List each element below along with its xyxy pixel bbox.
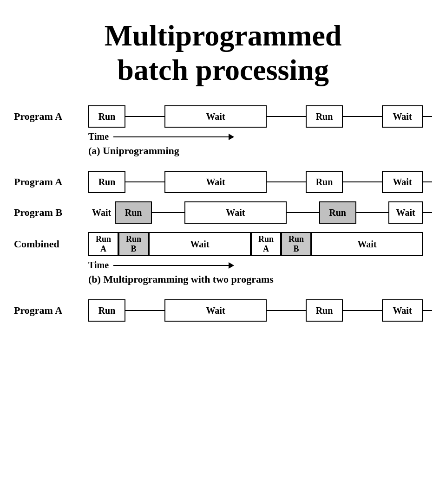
section-b-combined-row: Combined RunA RunB Wait RunA RunB Wait	[14, 232, 432, 256]
section-c-box-run-2: Run	[306, 299, 343, 322]
page-title: Multiprogrammed batch processing	[14, 19, 432, 87]
section-b-program-b-label: Program B	[14, 207, 88, 219]
section-b-wait-text-b1: Wait	[88, 201, 115, 224]
section-c-box-wait-1: Wait	[164, 299, 267, 322]
combined-box-wait-1: Wait	[149, 232, 251, 256]
section-a-time-row: Time	[88, 131, 432, 142]
section-b-box-wait-a1: Wait	[164, 171, 267, 193]
box-run-1: Run	[88, 105, 125, 128]
combined-box-wait-2: Wait	[311, 232, 423, 256]
page: Multiprogrammed batch processing Program…	[0, 0, 446, 345]
section-b-box-run-a2: Run	[306, 171, 343, 193]
section-b: Program A Run Wait Run Wait Program B Wa…	[14, 171, 432, 285]
section-b-time-row: Time	[88, 260, 432, 271]
section-a: Program A Run Wait Run Wait Time (a) Uni…	[14, 105, 432, 157]
hline-1	[125, 116, 164, 117]
section-c-program-a-row: Program A Run Wait Run Wait	[14, 299, 432, 322]
section-a-program-a-label: Program A	[14, 110, 88, 123]
combined-box-run-a2: RunA	[251, 232, 281, 256]
title-line2: batch processing	[117, 53, 329, 86]
section-b-program-b-timeline: Wait Run Wait Run Wait	[88, 201, 432, 224]
hline-4	[423, 116, 432, 117]
section-a-arrow	[113, 134, 234, 140]
box-wait-1: Wait	[164, 105, 267, 128]
section-b-combined-timeline: RunA RunB Wait RunA RunB Wait	[88, 232, 432, 256]
section-b-combined-label: Combined	[14, 238, 88, 250]
section-c-timeline: Run Wait Run Wait	[88, 299, 432, 322]
combined-box-run-a1: RunA	[88, 232, 118, 256]
arrow-shaft-b	[113, 265, 229, 266]
hline-3	[343, 116, 382, 117]
arrow-head-a	[229, 134, 234, 140]
arrow-head-b	[229, 262, 234, 269]
hline-2	[267, 116, 306, 117]
section-a-program-a-row: Program A Run Wait Run Wait	[14, 105, 432, 128]
section-c-box-wait-2: Wait	[382, 299, 423, 322]
title-line1: Multiprogrammed	[105, 19, 342, 52]
section-b-caption: (b) Multiprogramming with two programs	[88, 273, 432, 285]
section-a-time-label: Time	[88, 131, 109, 142]
section-c: Program A Run Wait Run Wait	[14, 299, 432, 322]
section-b-box-run-b1: Run	[115, 201, 152, 224]
section-b-time-label: Time	[88, 260, 109, 271]
section-c-box-run-1: Run	[88, 299, 125, 322]
section-b-box-wait-a2: Wait	[382, 171, 423, 193]
box-run-2: Run	[306, 105, 343, 128]
combined-box-run-b2: RunB	[281, 232, 311, 256]
section-b-box-wait-b1: Wait	[184, 201, 287, 224]
section-a-caption: (a) Uniprogramming	[88, 145, 432, 157]
section-b-program-a-timeline: Run Wait Run Wait	[88, 171, 432, 193]
section-a-timeline: Run Wait Run Wait	[88, 105, 432, 128]
section-b-box-run-a1: Run	[88, 171, 125, 193]
combined-box-run-b1: RunB	[118, 232, 149, 256]
box-wait-2: Wait	[382, 105, 423, 128]
section-b-box-run-b2: Run	[319, 201, 356, 224]
section-b-arrow	[113, 262, 234, 269]
section-c-program-a-label: Program A	[14, 304, 88, 317]
section-b-program-a-label: Program A	[14, 176, 88, 188]
section-b-program-a-row: Program A Run Wait Run Wait	[14, 171, 432, 193]
arrow-shaft-a	[113, 136, 229, 137]
section-b-box-wait-b2: Wait	[388, 201, 423, 224]
section-b-program-b-row: Program B Wait Run Wait Run Wait	[14, 201, 432, 224]
